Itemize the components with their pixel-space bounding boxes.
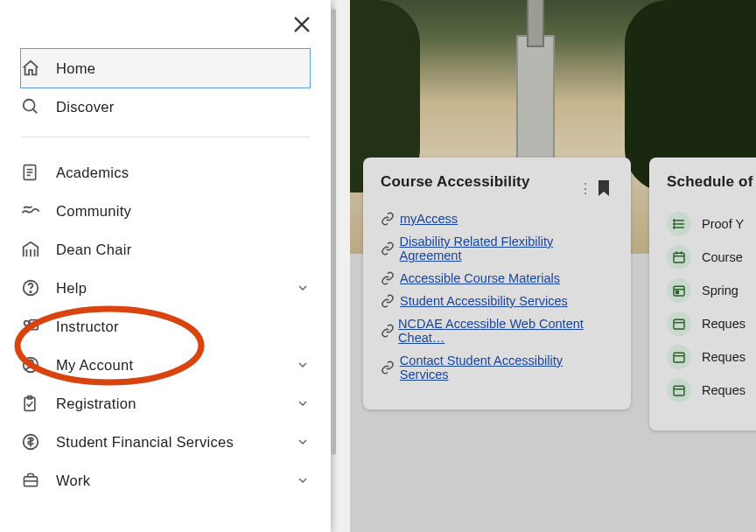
list-item-label: Reques (702, 317, 746, 331)
list-item-label: Reques (702, 350, 746, 364)
list-item[interactable]: Reques (667, 378, 756, 402)
svg-point-4 (674, 223, 676, 225)
list-item[interactable]: Reques (667, 312, 756, 336)
sidebar-item-label: Registration (56, 396, 296, 412)
list-item-label: Spring (702, 284, 738, 298)
svg-point-5 (674, 227, 676, 228)
link-contact-sas[interactable]: Contact Student Accessibility Services (400, 354, 613, 382)
chevron-down-icon (296, 358, 310, 372)
divider (21, 136, 310, 137)
link-myaccess[interactable]: myAccess (400, 212, 458, 226)
svg-rect-33 (30, 320, 38, 330)
sidebar-item-label: Instructor (56, 318, 310, 335)
sidebar-item-label: Community (56, 203, 310, 220)
link-icon (381, 360, 400, 374)
link-sas[interactable]: Student Accessibility Services (400, 294, 568, 308)
card-schedule: Schedule of Proof Y Course Spring Reques… (649, 158, 756, 430)
list-item-label: Reques (702, 383, 746, 397)
list-item[interactable]: Spring (667, 278, 756, 303)
svg-rect-17 (674, 386, 684, 396)
svg-point-3 (674, 220, 676, 221)
link-ncdae[interactable]: NCDAE Accessible Web Content Cheat… (398, 317, 613, 345)
list-item[interactable]: Reques (667, 345, 756, 369)
chevron-down-icon (296, 281, 310, 295)
sidebar-item-help[interactable]: Help (21, 269, 310, 307)
svg-point-32 (24, 321, 30, 326)
link-row: Disability Related Flexibility Agreement (381, 234, 613, 262)
instructor-icon (21, 317, 56, 336)
link-accessible-materials[interactable]: Accessible Course Materials (400, 271, 560, 285)
card-title: Course Accessibility (381, 173, 578, 191)
sidebar-item-myaccount[interactable]: My Account (21, 346, 310, 384)
list-item-label: Course (702, 250, 743, 264)
sidebar-item-academics[interactable]: Academics (21, 153, 310, 192)
document-icon (21, 163, 56, 182)
money-icon (21, 432, 56, 452)
svg-line-22 (33, 109, 38, 114)
svg-rect-12 (676, 291, 679, 294)
briefcase-icon (21, 472, 56, 489)
list-icon (667, 212, 691, 236)
svg-rect-15 (674, 353, 684, 362)
sidebar-item-label: Help (56, 280, 296, 297)
list-item-label: Proof Y (702, 217, 744, 231)
sidebar-item-label: Discover (56, 99, 310, 116)
calendar-icon (667, 278, 691, 303)
card-title: Schedule of (667, 173, 756, 191)
link-row: NCDAE Accessible Web Content Cheat… (381, 317, 613, 345)
link-icon (381, 324, 398, 338)
sidebar-item-label: Home (56, 60, 310, 77)
svg-rect-13 (674, 319, 684, 329)
link-row: myAccess (381, 212, 613, 226)
kebab-icon[interactable]: ⋮ (578, 180, 591, 197)
chevron-down-icon (296, 396, 310, 410)
community-icon (21, 202, 56, 220)
link-row: Accessible Course Materials (381, 271, 613, 285)
chevron-down-icon (296, 473, 310, 487)
link-icon (381, 242, 400, 256)
link-icon (381, 271, 400, 285)
nav-drawer: Home Discover Academics Community Dean C… (0, 0, 331, 532)
bookmark-icon[interactable] (598, 180, 613, 196)
list-item[interactable]: Proof Y (667, 212, 756, 236)
sidebar-item-work[interactable]: Work (21, 461, 310, 500)
close-icon[interactable] (289, 11, 315, 38)
help-icon (21, 278, 56, 298)
link-disability-agreement[interactable]: Disability Related Flexibility Agreement (400, 234, 613, 262)
sidebar-item-label: Dean Chair (56, 242, 310, 258)
svg-point-35 (28, 360, 33, 366)
list-item[interactable]: Course (667, 245, 756, 270)
sidebar-item-home[interactable]: Home (21, 49, 310, 88)
link-row: Contact Student Accessibility Services (381, 354, 613, 382)
sidebar-item-instructor[interactable]: Instructor (21, 307, 310, 346)
calendar-icon (667, 312, 691, 336)
sidebar-item-label: Academics (56, 164, 310, 181)
link-row: Student Accessibility Services (381, 294, 613, 308)
sidebar-item-deanchair[interactable]: Dean Chair (21, 230, 310, 269)
sidebar-item-community[interactable]: Community (21, 192, 310, 230)
svg-point-31 (30, 291, 31, 292)
sidebar-item-sfs[interactable]: Student Financial Services (21, 423, 310, 461)
sidebar-item-label: Work (56, 472, 296, 489)
search-icon (21, 97, 56, 116)
svg-point-21 (24, 100, 35, 111)
calendar-icon (667, 245, 691, 270)
building-icon (21, 240, 56, 259)
card-course-accessibility: Course Accessibility ⋮ myAccess Disabili… (363, 158, 631, 410)
svg-rect-6 (674, 253, 684, 262)
scrollbar[interactable] (331, 9, 336, 455)
chevron-down-icon (296, 435, 310, 449)
clipboard-icon (21, 394, 56, 413)
sidebar-item-label: My Account (56, 357, 296, 374)
calendar-icon (667, 378, 691, 402)
link-icon (381, 212, 400, 226)
sidebar-item-label: Student Financial Services (56, 434, 296, 451)
user-icon (21, 355, 56, 374)
sidebar-item-discover[interactable]: Discover (21, 88, 310, 126)
calendar-icon (667, 345, 691, 369)
link-icon (381, 294, 400, 308)
sidebar-item-registration[interactable]: Registration (21, 384, 310, 423)
home-icon (21, 59, 56, 78)
